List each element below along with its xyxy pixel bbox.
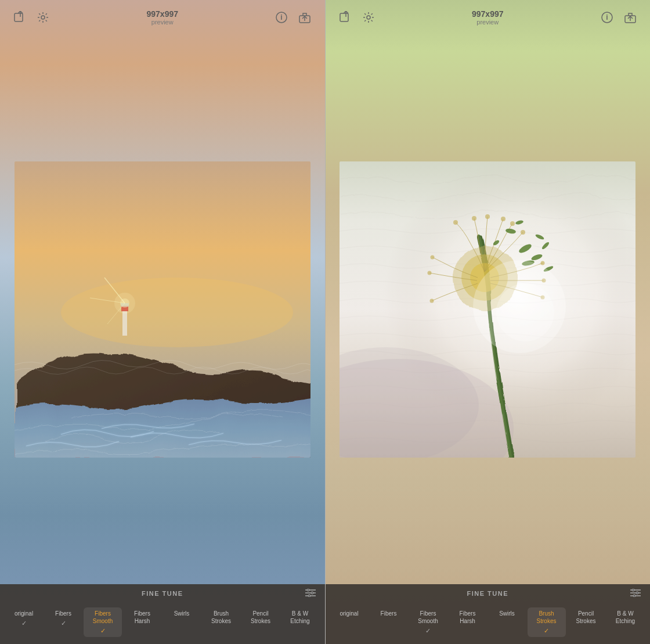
svg-point-55 xyxy=(431,256,435,260)
left-filter-brush-strokes[interactable]: BrushStrokes xyxy=(202,607,240,637)
left-bottom-area: FINE TUNE original ✓ Fibers xyxy=(0,584,325,644)
svg-point-20 xyxy=(307,589,309,591)
svg-point-51 xyxy=(521,230,525,235)
right-filter-fibers-harsh[interactable]: FibersHarsh xyxy=(449,607,487,637)
left-share-icon[interactable] xyxy=(9,7,30,28)
right-filter-fibers[interactable]: Fibers xyxy=(370,607,408,637)
left-filter-bw-etching[interactable]: B & WEtching xyxy=(281,607,319,637)
svg-point-22 xyxy=(308,595,310,597)
right-bottom-area: FINE TUNE original Fibers xyxy=(326,584,651,644)
left-header-center: 997x997 preview xyxy=(146,9,178,26)
svg-point-8 xyxy=(61,278,293,347)
svg-point-63 xyxy=(632,589,634,591)
right-image-area xyxy=(326,35,651,584)
right-filter-pencil-strokes[interactable]: PencilStrokes xyxy=(567,607,605,637)
left-image-area xyxy=(0,35,325,584)
right-tune-icon[interactable] xyxy=(630,589,641,599)
right-export-icon[interactable] xyxy=(620,7,641,28)
left-filter-original[interactable]: original ✓ xyxy=(5,607,43,637)
left-tune-icon[interactable] xyxy=(305,589,316,599)
right-main-image xyxy=(340,161,635,458)
svg-point-64 xyxy=(636,592,638,594)
left-filter-strip: original ✓ Fibers ✓ FibersSmooth ✓ Fiber… xyxy=(0,603,325,644)
svg-point-25 xyxy=(367,16,370,19)
svg-rect-0 xyxy=(15,13,23,21)
right-fine-tune-header: FINE TUNE xyxy=(326,584,651,603)
right-settings-icon[interactable] xyxy=(358,7,379,28)
right-filter-swirls[interactable]: Swirls xyxy=(488,607,526,637)
right-image-subtitle: preview xyxy=(472,19,504,26)
left-filter-c[interactable]: C xyxy=(320,607,325,637)
left-top-bar-left-icons xyxy=(9,7,53,28)
left-top-bar: 997x997 preview i xyxy=(0,0,325,35)
svg-point-49 xyxy=(501,217,505,221)
right-header-center: 997x997 preview xyxy=(472,9,504,26)
svg-point-65 xyxy=(633,595,635,597)
right-top-bar: 997x997 preview i xyxy=(326,0,651,35)
right-top-bar-left-icons xyxy=(335,7,379,28)
left-fine-tune-header: FINE TUNE xyxy=(0,584,325,603)
left-image-svg xyxy=(15,161,310,458)
left-main-image xyxy=(15,161,310,458)
svg-point-47 xyxy=(472,216,476,221)
right-panel: 997x997 preview i xyxy=(326,0,651,644)
left-panel: 997x997 preview i xyxy=(0,0,325,644)
svg-text:i: i xyxy=(606,13,608,21)
right-image-svg xyxy=(340,161,635,458)
left-top-bar-right-icons: i xyxy=(271,7,315,28)
right-image-dimensions: 997x997 xyxy=(472,9,504,19)
svg-point-52 xyxy=(541,261,545,265)
right-fine-tune-label: FINE TUNE xyxy=(467,590,508,597)
svg-point-57 xyxy=(430,299,434,303)
right-info-icon[interactable]: i xyxy=(597,7,618,28)
left-fine-tune-label: FINE TUNE xyxy=(142,590,183,597)
svg-text:i: i xyxy=(281,13,283,21)
svg-point-46 xyxy=(453,220,458,225)
svg-rect-23 xyxy=(340,13,348,21)
left-filter-fibers-smooth[interactable]: FibersSmooth ✓ xyxy=(84,607,122,637)
svg-point-56 xyxy=(428,271,432,275)
left-info-icon[interactable]: i xyxy=(271,7,292,28)
right-share-icon[interactable] xyxy=(335,7,356,28)
left-image-dimensions: 997x997 xyxy=(146,9,178,19)
right-filter-original[interactable]: original xyxy=(330,607,369,637)
svg-point-50 xyxy=(510,221,515,226)
left-settings-icon[interactable] xyxy=(32,7,53,28)
svg-point-48 xyxy=(485,214,490,219)
right-filter-strip: original Fibers FibersSmooth ✓ FibersHar… xyxy=(326,603,651,644)
svg-point-21 xyxy=(311,592,313,594)
right-filter-bw-etching[interactable]: B & WEtching xyxy=(606,607,645,637)
left-filter-pencil-strokes[interactable]: PencilStrokes xyxy=(241,607,280,637)
svg-point-59 xyxy=(496,283,554,341)
left-image-subtitle: preview xyxy=(146,19,178,26)
right-filter-fibers-smooth[interactable]: FibersSmooth ✓ xyxy=(409,607,447,637)
left-filter-swirls[interactable]: Swirls xyxy=(162,607,201,637)
left-export-icon[interactable] xyxy=(294,7,315,28)
right-top-bar-right-icons: i xyxy=(597,7,641,28)
left-filter-fibers[interactable]: Fibers ✓ xyxy=(44,607,82,637)
left-filter-fibers-harsh[interactable]: FibersHarsh xyxy=(123,607,161,637)
right-filter-brush-strokes[interactable]: BrushStrokes ✓ xyxy=(528,607,566,637)
svg-point-2 xyxy=(41,16,45,19)
